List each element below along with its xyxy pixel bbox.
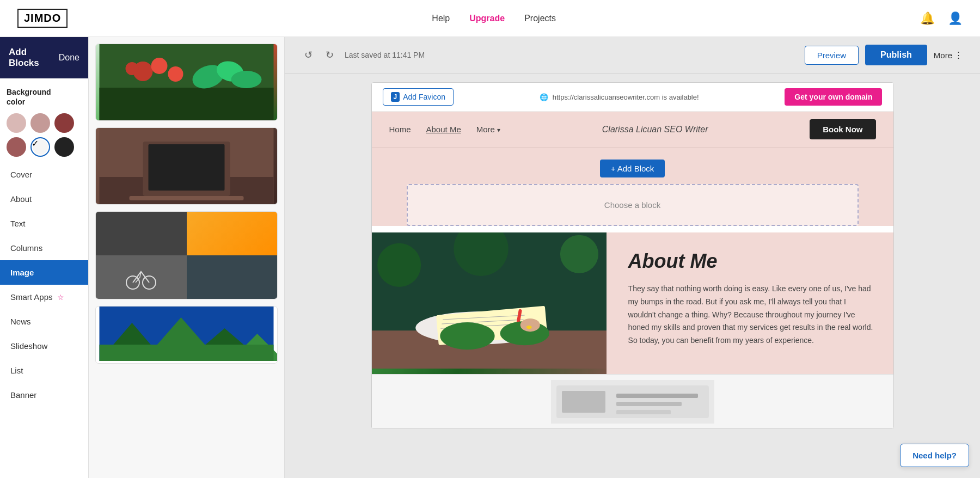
sidebar-item-columns[interactable]: Columns <box>0 236 88 260</box>
site-navigation: Home About Me More ▾ Clarissa Licuan SEO… <box>372 112 893 148</box>
top-navigation: JIMDO Help Upgrade Projects 🔔 👤 <box>0 0 980 37</box>
image-option-laptop[interactable] <box>95 127 278 205</box>
svg-rect-12 <box>149 144 225 191</box>
svg-rect-40 <box>616 394 698 398</box>
swatch-4-selected[interactable]: ✓ <box>30 137 50 157</box>
svg-point-33 <box>526 326 531 329</box>
swatch-0[interactable] <box>7 113 26 133</box>
flower-image <box>96 44 277 120</box>
nav-icons: 🔔 👤 <box>920 11 963 26</box>
sidebar-item-list[interactable]: List <box>0 358 88 383</box>
svg-rect-41 <box>616 402 682 406</box>
svg-rect-39 <box>562 391 605 413</box>
preview-button[interactable]: Preview <box>805 46 859 65</box>
need-help-button[interactable]: Need help? <box>900 444 969 467</box>
undo-button[interactable]: ↺ <box>302 47 315 63</box>
about-title: About Me <box>628 250 876 273</box>
image-option-flower[interactable] <box>95 44 278 121</box>
svg-rect-1 <box>100 88 274 120</box>
sidebar-item-news[interactable]: News <box>0 309 88 334</box>
chevron-down-icon: ▾ <box>497 126 500 134</box>
image-option-grid[interactable] <box>95 211 278 299</box>
svg-rect-21 <box>100 345 274 361</box>
sidebar-item-slideshow[interactable]: Slideshow <box>0 334 88 358</box>
svg-point-30 <box>440 322 494 350</box>
swatch-2[interactable] <box>54 113 74 133</box>
favicon-bar: J Add Favicon 🌐 https://clarissalicuanse… <box>372 83 893 112</box>
domain-info: 🌐 https://clarissalicuanseowriter.com is… <box>540 93 699 101</box>
svg-point-34 <box>377 243 421 287</box>
add-block-button[interactable]: + Add Block <box>600 160 665 177</box>
sidebar-block-list: Cover About Text Columns Image Smart App… <box>0 162 88 478</box>
sidebar-item-banner[interactable]: Banner <box>0 383 88 407</box>
svg-point-3 <box>151 58 168 74</box>
notification-icon[interactable]: 🔔 <box>920 11 935 26</box>
website-preview: J Add Favicon 🌐 https://clarissalicuanse… <box>371 82 894 429</box>
account-icon[interactable]: 👤 <box>948 11 963 26</box>
nav-links: Help Upgrade Projects <box>432 14 556 23</box>
star-icon: ☆ <box>57 293 64 302</box>
add-favicon-button[interactable]: J Add Favicon <box>383 88 454 106</box>
globe-icon: 🌐 <box>540 93 548 101</box>
editor-toolbar: ↺ ↻ Last saved at 11:41 PM Preview Publi… <box>285 37 980 73</box>
color-swatches: ✓ <box>7 113 82 157</box>
background-color-section: Backgroundcolor ✓ <box>0 78 88 162</box>
sidebar-item-about[interactable]: About <box>0 187 88 211</box>
svg-point-8 <box>231 71 262 88</box>
svg-rect-13 <box>130 196 244 200</box>
domain-url: https://clarissalicuanseowriter.com is a… <box>553 93 699 101</box>
background-color-label: Backgroundcolor <box>7 87 82 107</box>
redo-button[interactable]: ↻ <box>323 47 336 63</box>
sidebar: Add Blocks Done Backgroundcolor ✓ Cover … <box>0 37 89 478</box>
logo[interactable]: JIMDO <box>17 9 68 28</box>
nav-more[interactable]: More ▾ <box>476 125 500 134</box>
mountain-image <box>96 307 277 363</box>
sidebar-item-text[interactable]: Text <box>0 211 88 236</box>
book-now-button[interactable]: Book Now <box>810 119 875 139</box>
sidebar-header: Add Blocks Done <box>0 37 88 78</box>
image-option-mountain[interactable] <box>95 306 278 364</box>
add-blocks-label: Add Blocks <box>9 47 59 69</box>
lower-preview-section <box>372 374 893 428</box>
main-content-area: ↺ ↻ Last saved at 11:41 PM Preview Publi… <box>285 37 980 478</box>
site-nav-links: Home About Me More ▾ <box>389 125 501 134</box>
get-domain-button[interactable]: Get your own domain <box>785 88 882 106</box>
svg-point-5 <box>168 66 183 82</box>
about-body: They say that nothing worth doing is eas… <box>628 283 876 347</box>
swatch-5[interactable] <box>54 137 74 157</box>
about-text-content: About Me They say that nothing worth doi… <box>607 232 893 374</box>
upgrade-link[interactable]: Upgrade <box>469 14 505 23</box>
sidebar-item-smart-apps[interactable]: Smart Apps ☆ <box>0 285 88 309</box>
svg-rect-42 <box>616 410 671 414</box>
svg-point-35 <box>560 235 598 273</box>
about-image <box>372 232 607 374</box>
site-title: Clarissa Licuan SEO Writer <box>602 125 708 134</box>
sidebar-item-image[interactable]: Image <box>0 260 88 285</box>
image-options-panel <box>89 37 285 478</box>
grid-image <box>96 212 277 299</box>
laptop-image <box>96 128 277 204</box>
nav-home[interactable]: Home <box>389 125 411 134</box>
svg-point-32 <box>520 318 540 332</box>
toolbar-left: ↺ ↻ Last saved at 11:41 PM <box>302 47 425 63</box>
done-button[interactable]: Done <box>59 53 79 63</box>
about-me-section: About Me They say that nothing worth doi… <box>372 232 893 374</box>
choose-block-placeholder: Choose a block <box>407 184 859 226</box>
publish-button[interactable]: Publish <box>865 45 927 65</box>
more-ellipsis-icon: ⋮ <box>954 50 963 60</box>
preview-wrapper: J Add Favicon 🌐 https://clarissalicuanse… <box>285 73 980 438</box>
help-link[interactable]: Help <box>432 14 450 23</box>
add-block-area: + Add Block Choose a block <box>372 148 893 226</box>
saved-status: Last saved at 11:41 PM <box>345 51 425 59</box>
more-options-button[interactable]: More ⋮ <box>934 50 963 60</box>
nav-about-me[interactable]: About Me <box>426 125 461 134</box>
sidebar-item-cover[interactable]: Cover <box>0 162 88 187</box>
jimdo-j-icon: J <box>391 92 400 102</box>
svg-point-4 <box>126 62 139 75</box>
toolbar-right: Preview Publish More ⋮ <box>805 45 963 65</box>
swatch-3[interactable] <box>7 137 26 157</box>
projects-link[interactable]: Projects <box>524 14 556 23</box>
swatch-1[interactable] <box>30 113 50 133</box>
